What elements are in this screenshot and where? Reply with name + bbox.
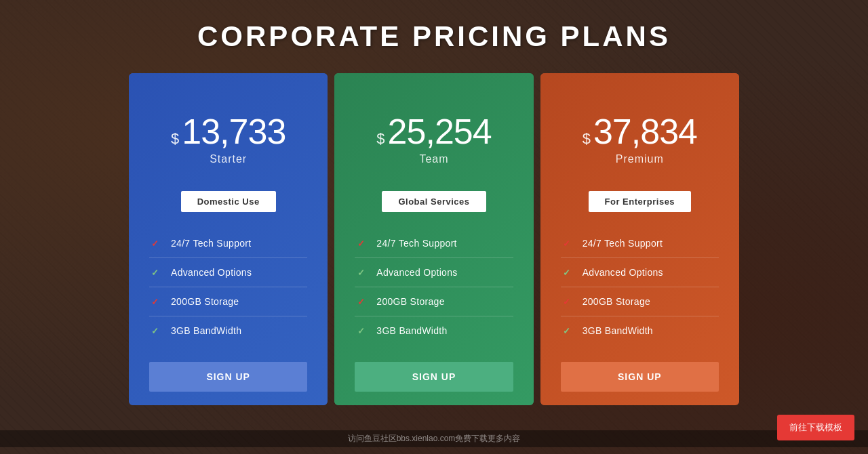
- card-inner-premium: $ 37,834 Premium For Enterprises ✓ 24/7 …: [540, 73, 739, 405]
- feature-item-team-0: ✓ 24/7 Tech Support: [355, 229, 513, 258]
- price-dollar-team: $: [376, 130, 384, 148]
- check-icon-team-1: ✓: [355, 266, 367, 278]
- card-footer-premium: Sign Up: [540, 352, 739, 405]
- feature-label-premium-2: 200GB Storage: [583, 296, 650, 307]
- card-inner-team: $ 25,254 Team Global Services ✓ 24/7 Tec…: [334, 73, 533, 405]
- price-number-starter: 13,733: [182, 114, 285, 149]
- feature-label-team-3: 3GB BandWidth: [376, 325, 447, 336]
- feature-label-team-0: 24/7 Tech Support: [376, 238, 456, 249]
- badge-row-premium: For Enterprises: [540, 191, 739, 212]
- feature-item-starter-2: ✓ 200GB Storage: [149, 287, 307, 316]
- watermark: 访问鱼豆社区bbs.xienlao.com免费下载更多内容: [0, 430, 868, 447]
- signup-button-team[interactable]: Sign Up: [355, 362, 513, 392]
- check-icon-team-3: ✓: [355, 325, 367, 337]
- card-inner-starter: $ 13,733 Starter Domestic Use ✓ 24/7 Tec…: [129, 73, 328, 405]
- check-icon-team-2: ✓: [355, 295, 367, 308]
- check-icon-premium-2: ✓: [561, 295, 573, 308]
- plan-name-team: Team: [355, 153, 513, 165]
- features-list-premium: ✓ 24/7 Tech Support ✓ Advanced Options ✓…: [540, 219, 739, 352]
- plan-badge-team: Global Services: [382, 191, 486, 212]
- badge-row-starter: Domestic Use: [129, 191, 328, 212]
- price-amount-premium: $ 37,834: [561, 114, 719, 149]
- feature-item-starter-1: ✓ Advanced Options: [149, 258, 307, 287]
- features-list-team: ✓ 24/7 Tech Support ✓ Advanced Options ✓…: [334, 219, 533, 352]
- feature-label-premium-1: Advanced Options: [583, 267, 663, 278]
- plan-card-premium: $ 37,834 Premium For Enterprises ✓ 24/7 …: [540, 73, 739, 405]
- check-icon-starter-0: ✓: [149, 237, 161, 249]
- download-button[interactable]: 前往下载模板: [777, 415, 854, 440]
- feature-item-team-3: ✓ 3GB BandWidth: [355, 316, 513, 345]
- price-dollar-starter: $: [171, 130, 179, 148]
- feature-item-premium-1: ✓ Advanced Options: [561, 258, 719, 287]
- price-dollar-premium: $: [583, 130, 591, 148]
- feature-label-premium-0: 24/7 Tech Support: [583, 238, 663, 249]
- feature-item-premium-0: ✓ 24/7 Tech Support: [561, 229, 719, 258]
- price-section-premium: $ 37,834 Premium: [540, 73, 739, 179]
- plan-badge-starter: Domestic Use: [181, 191, 276, 212]
- feature-label-team-1: Advanced Options: [376, 267, 457, 278]
- plan-name-premium: Premium: [561, 153, 719, 165]
- feature-label-starter-0: 24/7 Tech Support: [171, 238, 251, 249]
- features-list-starter: ✓ 24/7 Tech Support ✓ Advanced Options ✓…: [129, 219, 328, 352]
- plan-name-starter: Starter: [149, 153, 307, 165]
- signup-button-starter[interactable]: Sign Up: [149, 362, 307, 392]
- feature-item-team-1: ✓ Advanced Options: [355, 258, 513, 287]
- check-icon-team-0: ✓: [355, 237, 367, 249]
- check-icon-starter-1: ✓: [149, 266, 161, 278]
- check-icon-premium-0: ✓: [561, 237, 573, 249]
- feature-label-starter-1: Advanced Options: [171, 267, 252, 278]
- check-icon-premium-3: ✓: [561, 325, 573, 337]
- feature-item-starter-3: ✓ 3GB BandWidth: [149, 316, 307, 345]
- card-footer-team: Sign Up: [334, 352, 533, 405]
- plans-container: $ 13,733 Starter Domestic Use ✓ 24/7 Tec…: [129, 73, 739, 405]
- plan-card-team: $ 25,254 Team Global Services ✓ 24/7 Tec…: [334, 73, 533, 405]
- price-section-starter: $ 13,733 Starter: [129, 73, 328, 179]
- check-icon-starter-3: ✓: [149, 325, 161, 337]
- price-number-team: 25,254: [388, 114, 492, 149]
- feature-item-team-2: ✓ 200GB Storage: [355, 287, 513, 316]
- card-footer-starter: Sign Up: [129, 352, 328, 405]
- price-number-premium: 37,834: [593, 114, 697, 149]
- feature-label-starter-3: 3GB BandWidth: [171, 325, 241, 336]
- price-section-team: $ 25,254 Team: [334, 73, 533, 179]
- feature-item-premium-3: ✓ 3GB BandWidth: [561, 316, 719, 345]
- check-icon-premium-1: ✓: [561, 266, 573, 278]
- feature-item-starter-0: ✓ 24/7 Tech Support: [149, 229, 307, 258]
- signup-button-premium[interactable]: Sign Up: [561, 362, 719, 392]
- plan-badge-premium: For Enterprises: [589, 191, 692, 212]
- feature-item-premium-2: ✓ 200GB Storage: [561, 287, 719, 316]
- plan-card-starter: $ 13,733 Starter Domestic Use ✓ 24/7 Tec…: [129, 73, 328, 405]
- feature-label-premium-3: 3GB BandWidth: [583, 325, 653, 336]
- page-title: CORPORATE PRICING PLANS: [197, 20, 671, 53]
- feature-label-starter-2: 200GB Storage: [171, 296, 239, 307]
- badge-row-team: Global Services: [334, 191, 533, 212]
- feature-label-team-2: 200GB Storage: [376, 296, 444, 307]
- page-content: CORPORATE PRICING PLANS $ 13,733 Starter…: [0, 0, 868, 419]
- check-icon-starter-2: ✓: [149, 295, 161, 308]
- price-amount-team: $ 25,254: [355, 114, 513, 149]
- price-amount-starter: $ 13,733: [149, 114, 307, 149]
